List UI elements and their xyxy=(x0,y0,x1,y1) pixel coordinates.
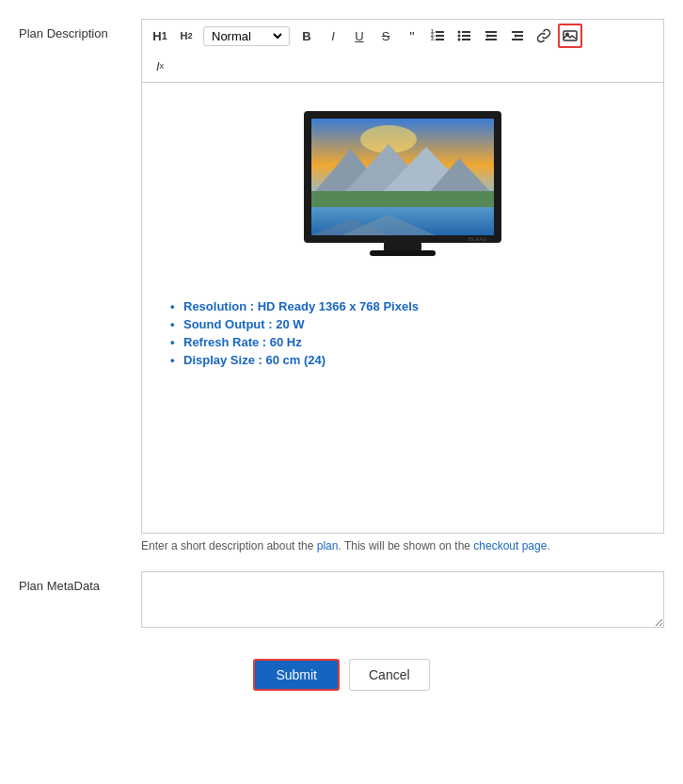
svg-point-9 xyxy=(458,31,461,34)
plan-description-field: H1 H2 Normal Heading 1 Heading 2 Heading… xyxy=(141,19,664,552)
plan-description-row: Plan Description H1 H2 Normal Heading 1 … xyxy=(19,19,664,552)
unordered-list-button[interactable] xyxy=(453,24,477,48)
image-button[interactable] xyxy=(558,24,582,48)
cancel-button[interactable]: Cancel xyxy=(349,659,430,691)
form-actions: Submit Cancel xyxy=(19,659,664,691)
tv-spec-list: Resolution : HD Ready 1366 x 768 Pixels … xyxy=(170,299,644,367)
svg-marker-15 xyxy=(485,34,488,38)
plan-metadata-label: Plan MetaData xyxy=(19,571,141,593)
format-select[interactable]: Normal Heading 1 Heading 2 Heading 3 xyxy=(208,28,285,44)
plan-metadata-row: Plan MetaData xyxy=(19,571,664,631)
metadata-input[interactable] xyxy=(141,571,664,628)
bold-button[interactable]: B xyxy=(294,24,319,48)
svg-rect-6 xyxy=(462,31,470,33)
tv-image: BLAAG xyxy=(294,102,511,280)
svg-rect-34 xyxy=(384,243,421,250)
svg-rect-16 xyxy=(512,31,523,33)
svg-rect-14 xyxy=(485,39,497,40)
svg-rect-8 xyxy=(462,39,470,40)
svg-point-11 xyxy=(458,39,461,41)
svg-rect-35 xyxy=(370,250,436,256)
editor-toolbar-row1: H1 H2 Normal Heading 1 Heading 2 Heading… xyxy=(141,19,664,52)
svg-marker-19 xyxy=(515,34,517,38)
spec-item-1: Sound Output : 20 W xyxy=(170,317,644,331)
spec-item-2: Refresh Rate : 60 Hz xyxy=(170,335,644,349)
clear-format-button[interactable]: Ix xyxy=(148,54,172,78)
strikethrough-button[interactable]: S xyxy=(373,24,398,48)
h1-button[interactable]: H1 xyxy=(148,24,172,48)
svg-rect-18 xyxy=(512,39,523,40)
svg-point-10 xyxy=(458,35,461,38)
editor-content-area[interactable]: BLAAG Resolution : HD Ready 1366 x 768 P… xyxy=(141,82,664,534)
editor-toolbar-row2: Ix xyxy=(141,52,664,82)
blockquote-button[interactable]: " xyxy=(400,24,424,48)
svg-text:3.: 3. xyxy=(431,36,436,41)
svg-text:BLAAG: BLAAG xyxy=(469,236,487,242)
tv-image-container: BLAAG xyxy=(161,102,644,280)
svg-rect-2 xyxy=(436,39,444,40)
format-select-wrap[interactable]: Normal Heading 1 Heading 2 Heading 3 xyxy=(203,26,290,46)
spec-item-0: Resolution : HD Ready 1366 x 768 Pixels xyxy=(170,299,644,313)
indent-increase-button[interactable] xyxy=(505,24,530,48)
link-button[interactable] xyxy=(532,24,556,48)
editor-hint: Enter a short description about the plan… xyxy=(141,539,664,552)
indent-decrease-button[interactable] xyxy=(479,24,503,48)
svg-rect-13 xyxy=(488,35,497,37)
svg-rect-0 xyxy=(436,31,444,33)
italic-button[interactable]: I xyxy=(321,24,345,48)
svg-rect-12 xyxy=(485,31,497,33)
h2-button[interactable]: H2 xyxy=(174,24,199,48)
underline-button[interactable]: U xyxy=(347,24,372,48)
ordered-list-button[interactable]: 1.2.3. xyxy=(426,24,451,48)
spec-item-3: Display Size : 60 cm (24) xyxy=(170,353,644,367)
plan-metadata-field xyxy=(141,571,664,631)
plan-description-label: Plan Description xyxy=(19,19,141,40)
submit-button[interactable]: Submit xyxy=(253,659,340,691)
svg-rect-7 xyxy=(462,35,470,37)
svg-rect-1 xyxy=(436,35,444,37)
